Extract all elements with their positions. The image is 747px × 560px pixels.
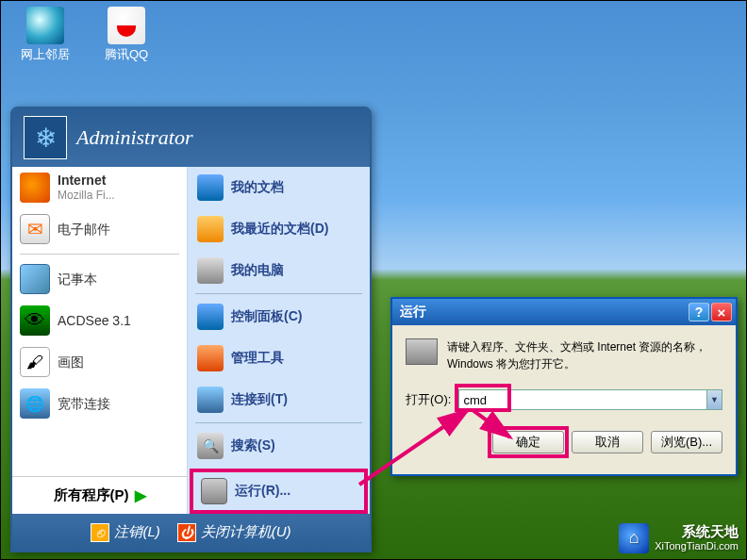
paint-icon [20,347,50,377]
acdsee-icon [20,305,50,336]
globe-icon [26,7,64,44]
user-name: Administrator [76,125,192,150]
browse-button[interactable]: 浏览(B)... [651,431,722,453]
menu-item-connect-to[interactable]: 连接到(T) [188,379,370,420]
qq-icon [108,7,145,44]
menu-item-broadband[interactable]: 宽带连接 [12,383,187,424]
dialog-titlebar[interactable]: 运行 ? × [392,299,736,325]
desktop-icon-qq[interactable]: 腾讯QQ [93,7,159,63]
menu-item-acdsee[interactable]: ACDSee 3.1 [12,300,187,341]
control-panel-icon [197,304,224,330]
watermark-icon: ⌂ [619,523,649,553]
watermark: ⌂ 系统天地 XiTongTianDi.com [619,523,739,553]
triangle-right-icon: ▶ [135,486,146,504]
logoff-icon: ⎋ [91,523,109,542]
button-label: 关闭计算机(U) [201,523,291,541]
user-avatar-icon: ❄ [24,116,67,159]
dropdown-button[interactable]: ▼ [706,390,722,409]
menu-label: 管理工具 [231,350,284,367]
start-menu: ❄ Administrator Internet Mozilla Fi... 电… [10,107,372,552]
menu-item-paint[interactable]: 画图 [12,341,187,383]
menu-item-admin-tools[interactable]: 管理工具 [188,338,370,379]
menu-label: 我的文档 [231,179,284,196]
ok-button[interactable]: 确定 [492,431,564,453]
menu-item-recent[interactable]: 我最近的文档(D) [188,208,370,250]
menu-label: 宽带连接 [58,396,110,412]
logoff-button[interactable]: ⎋ 注销(L) [91,523,159,542]
mail-icon [20,214,50,244]
menu-item-run[interactable]: 运行(R)... [191,470,366,512]
desktop-icon-neighbors[interactable]: 网上邻居 [12,7,78,63]
menu-label: 搜索(S) [231,437,275,454]
menu-item-control-panel[interactable]: 控制面板(C) [188,296,370,338]
menu-label: 我的电脑 [231,262,284,279]
separator [20,254,179,255]
menu-item-search[interactable]: 搜索(S) [188,425,370,467]
menu-item-internet[interactable]: Internet Mozilla Fi... [12,167,187,208]
start-menu-footer: ⎋ 注销(L) ⏻ 关闭计算机(U) [12,514,370,551]
menu-label: 电子邮件 [58,222,110,238]
connect-icon [197,387,224,413]
start-menu-header: ❄ Administrator [12,108,370,167]
run-dialog: 运行 ? × 请键入程序、文件夹、文档或 Internet 资源的名称，Wind… [390,297,738,476]
separator [195,293,362,294]
network-icon [20,388,50,419]
menu-sublabel: Mozilla Fi... [58,189,115,202]
menu-label: 记事本 [58,272,97,288]
menu-label: 连接到(T) [231,391,288,408]
folder-docs-icon [197,174,224,201]
menu-label: Internet [58,173,115,189]
notepad-icon [20,264,50,294]
menu-label: 画图 [58,354,84,371]
search-icon [197,433,224,459]
menu-label: 所有程序(P) [54,486,129,504]
start-menu-right-pane: 我的文档 我最近的文档(D) 我的电脑 控制面板(C) 管理工具 连接到(T [188,167,370,514]
firefox-icon [20,173,50,203]
run-icon [201,478,227,504]
dialog-message: 请键入程序、文件夹、文档或 Internet 资源的名称，Windows 将为您… [447,338,722,372]
menu-item-mycomputer[interactable]: 我的电脑 [188,250,370,291]
menu-item-email[interactable]: 电子邮件 [12,208,187,250]
cancel-button[interactable]: 取消 [572,431,643,453]
menu-label: 控制面板(C) [231,308,302,325]
run-input[interactable] [458,389,722,410]
menu-label: 我最近的文档(D) [231,221,328,238]
separator [195,422,362,423]
shutdown-button[interactable]: ⏻ 关闭计算机(U) [177,523,291,542]
all-programs-button[interactable]: 所有程序(P) ▶ [12,476,187,514]
close-button[interactable]: × [711,303,732,321]
menu-label: ACDSee 3.1 [58,313,131,329]
run-dialog-icon [406,338,438,365]
tools-icon [197,345,224,371]
folder-recent-icon [197,216,224,242]
open-label: 打开(O): [406,391,451,408]
button-label: 注销(L) [114,523,159,541]
desktop-icon-label: 网上邻居 [21,47,70,61]
dialog-title: 运行 [400,304,426,321]
desktop-icon-label: 腾讯QQ [105,47,148,61]
shutdown-icon: ⏻ [177,523,196,542]
start-menu-left-pane: Internet Mozilla Fi... 电子邮件 记事本 ACDSee 3… [12,167,188,514]
menu-item-mydocs[interactable]: 我的文档 [188,167,370,208]
help-button[interactable]: ? [689,303,709,321]
computer-icon [197,257,224,284]
menu-label: 运行(R)... [235,483,290,500]
menu-item-notepad[interactable]: 记事本 [12,258,187,300]
